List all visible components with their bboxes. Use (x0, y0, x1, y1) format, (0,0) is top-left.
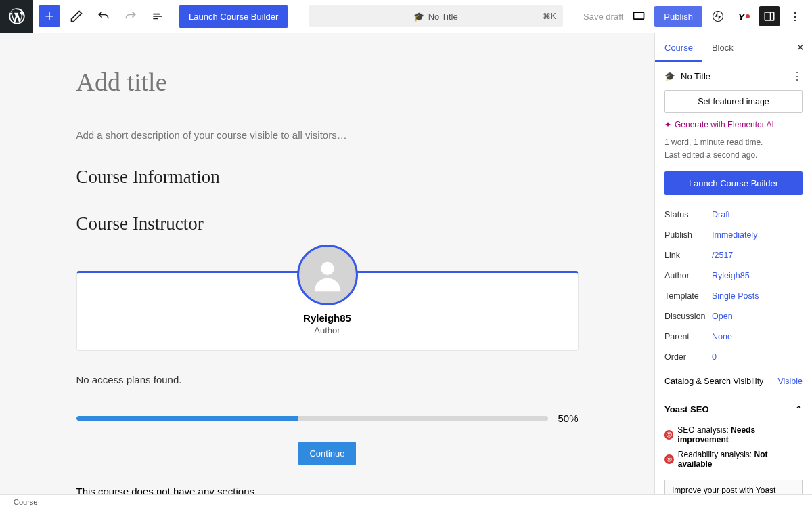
improve-with-yoast-button[interactable]: Improve your post with Yoast SEO (664, 480, 803, 494)
doc-actions-menu[interactable]: ⋮ (792, 70, 803, 83)
editor-canvas: Add title Add a short description of you… (0, 33, 654, 494)
course-information-heading: Course Information (76, 167, 579, 188)
wordpress-logo[interactable] (0, 0, 33, 33)
close-sidebar-button[interactable]: × (788, 33, 812, 62)
order-row[interactable]: Order0 (655, 347, 812, 367)
yoast-icon[interactable]: Y (734, 6, 754, 26)
progress-percent: 50% (558, 412, 578, 424)
chevron-up-icon: ⌃ (795, 404, 803, 415)
no-access-plans-text: No access plans found. (76, 374, 579, 385)
parent-row[interactable]: ParentNone (655, 326, 812, 347)
tab-course[interactable]: Course (655, 33, 702, 62)
command-shortcut: ⌘K (543, 12, 556, 21)
catalog-visibility-row[interactable]: Catalog & Search Visibility Visible (655, 367, 812, 396)
template-row[interactable]: TemplateSingle Posts (655, 286, 812, 306)
instructor-role: Author (77, 325, 578, 335)
status-row[interactable]: StatusDraft (655, 205, 812, 225)
settings-sidebar-toggle[interactable] (759, 6, 780, 26)
no-sections-text: This course does not have any sections. (76, 486, 579, 494)
instructor-avatar (297, 245, 358, 305)
catalog-value: Visible (777, 377, 803, 386)
edit-mode-button[interactable] (66, 5, 87, 27)
last-edited-text: Last edited a second ago. (655, 149, 812, 162)
wordpress-icon (7, 7, 26, 26)
svg-rect-0 (634, 12, 644, 19)
sad-face-icon: ☹ (664, 430, 673, 440)
set-featured-image-button[interactable]: Set featured image (664, 90, 803, 113)
breadcrumb[interactable]: Course (14, 498, 37, 506)
redo-button[interactable] (120, 5, 141, 27)
preview-button[interactable] (629, 6, 649, 26)
top-toolbar: + Launch Course Builder 🎓 No Title ⌘K Sa… (0, 0, 812, 33)
sparkle-icon: ✦ (664, 120, 671, 129)
tab-block[interactable]: Block (702, 33, 743, 62)
author-row[interactable]: AuthorRyleigh85 (655, 266, 812, 286)
continue-button[interactable]: Continue (298, 442, 355, 465)
course-description-input[interactable]: Add a short description of your course v… (76, 129, 579, 141)
yoast-heading: Yoast SEO (664, 404, 709, 415)
document-title-text: No Title (428, 12, 458, 22)
instructor-name: Ryleigh85 (77, 312, 578, 324)
graduation-cap-icon: 🎓 (413, 12, 424, 22)
settings-sidebar: Course Block × 🎓 No Title ⋮ Set featured… (654, 33, 812, 494)
breadcrumb-footer: Course (0, 494, 812, 508)
generate-elementor-ai-link[interactable]: ✦ Generate with Elementor AI (655, 120, 812, 136)
publish-button[interactable]: Publish (654, 6, 702, 27)
sidebar-doc-title: No Title (681, 71, 710, 81)
add-block-button[interactable]: + (39, 5, 60, 27)
readability-analysis-row[interactable]: ☹ Readability analysis: Not available (655, 447, 812, 471)
svg-point-1 (713, 12, 723, 22)
document-title-command[interactable]: 🎓 No Title ⌘K (309, 5, 563, 27)
progress-row: 50% (76, 412, 579, 424)
course-title-input[interactable]: Add title (76, 67, 579, 97)
save-draft-link[interactable]: Save draft (583, 12, 623, 22)
document-outline-button[interactable] (147, 5, 168, 27)
undo-button[interactable] (93, 5, 114, 27)
sidebar-tabs: Course Block × (655, 33, 812, 62)
progress-fill (76, 416, 298, 421)
jetpack-icon[interactable] (708, 6, 728, 26)
progress-bar (76, 416, 549, 421)
read-time-text: 1 word, 1 minute read time. (655, 136, 812, 149)
graduation-cap-icon: 🎓 (664, 71, 675, 81)
svg-point-3 (321, 262, 334, 275)
launch-course-builder-button[interactable]: Launch Course Builder (179, 5, 288, 28)
svg-rect-2 (765, 12, 774, 20)
instructor-card: Ryleigh85 Author (76, 271, 579, 351)
link-row[interactable]: Link/2517 (655, 245, 812, 266)
publish-row[interactable]: PublishImmediately (655, 225, 812, 245)
seo-analysis-row[interactable]: ☹ SEO analysis: Needs improvement (655, 423, 812, 447)
person-icon (308, 255, 347, 295)
sidebar-launch-course-builder-button[interactable]: Launch Course Builder (664, 171, 803, 195)
yoast-panel-toggle[interactable]: Yoast SEO ⌃ (655, 396, 812, 423)
options-menu-button[interactable]: ⋮ (785, 6, 805, 26)
discussion-row[interactable]: DiscussionOpen (655, 306, 812, 326)
catalog-label: Catalog & Search Visibility (664, 377, 763, 386)
course-instructor-heading: Course Instructor (76, 213, 579, 234)
sidebar-doc-title-row: 🎓 No Title ⋮ (655, 62, 812, 90)
ai-link-label: Generate with Elementor AI (675, 120, 774, 129)
sad-face-icon: ☹ (664, 454, 674, 464)
